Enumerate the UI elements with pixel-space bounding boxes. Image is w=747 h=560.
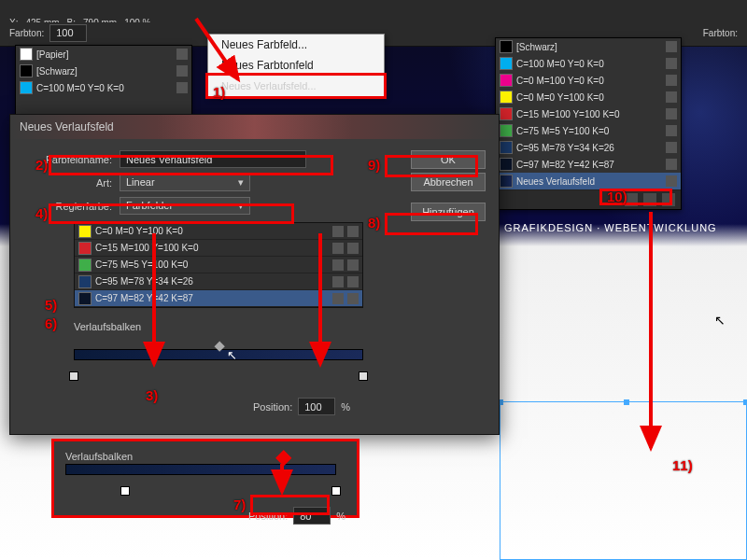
gradient-bar[interactable] (74, 349, 363, 377)
swatch-chip (78, 259, 92, 272)
swatches-panel-right: [Schwarz]C=100 M=0 Y=0 K=0C=0 M=100 Y=0 … (495, 37, 682, 210)
cancel-button[interactable]: Abbrechen (411, 173, 486, 191)
swatch-chip (78, 225, 92, 238)
farbton-label: Farbton: (9, 28, 44, 38)
gradient-track-2[interactable] (65, 464, 336, 475)
swatch-row[interactable]: C=97 M=82 Y=42 K=87 (496, 156, 681, 173)
swatch-chip (20, 81, 33, 94)
cursor-arrow-icon: ↖ (227, 348, 237, 362)
swatch-chip (20, 64, 33, 77)
swatch-chip (500, 124, 513, 137)
position-label-2: Position: (248, 511, 288, 522)
position-input[interactable] (298, 398, 335, 415)
swatch-row[interactable]: C=15 M=100 Y=100 K=0 (496, 105, 681, 122)
gradient-stop[interactable] (120, 486, 130, 496)
swatch-type-icon (666, 175, 677, 187)
swatch-chip (500, 40, 513, 53)
swatch-row[interactable]: C=100 M=0 Y=0 K=0 (16, 79, 191, 96)
swatch-row[interactable]: C=97 M=82 Y=42 K=87 (75, 290, 362, 307)
position-label: Position: (253, 401, 292, 413)
swatch-type-icon (332, 226, 344, 237)
swatch-type-icon (666, 75, 677, 86)
type-select[interactable]: Linear (120, 174, 250, 191)
swatch-type-icon (666, 108, 677, 119)
swatch-mode-icon (347, 243, 359, 254)
gradient-bar-2[interactable] (65, 464, 336, 492)
swatch-row[interactable]: C=0 M=100 Y=0 K=0 (496, 72, 681, 89)
swatch-row[interactable]: [Papier] (16, 46, 191, 63)
swatch-type-icon (176, 49, 188, 60)
name-label: Farbfeldname: (23, 154, 112, 165)
swatch-mode-icon (347, 226, 359, 237)
swatch-row[interactable]: C=0 M=0 Y=100 K=0 (75, 223, 362, 240)
swatch-row[interactable]: [Schwarz] (496, 38, 681, 55)
gradient-stop-left[interactable] (69, 371, 78, 381)
mouse-cursor-icon: ↖ (714, 313, 726, 328)
swatch-chip (500, 91, 513, 104)
swatch-row[interactable]: C=100 M=0 Y=0 K=0 (496, 55, 681, 72)
swatch-type-icon (332, 276, 344, 287)
swatch-row[interactable]: Neues Verlaufsfeld (496, 173, 681, 189)
swatch-type-icon (666, 125, 677, 136)
swatch-chip (500, 175, 513, 188)
swatch-chip (500, 141, 513, 154)
position-input-2[interactable] (293, 507, 331, 525)
menu-new-swatch[interactable]: Neues Farbfeld... (208, 35, 384, 55)
trash-icon[interactable] (662, 193, 675, 206)
swatch-chip (500, 158, 513, 171)
name-input[interactable] (120, 150, 306, 168)
add-button[interactable]: Hinzufügen (411, 203, 486, 221)
ok-button[interactable]: OK (411, 150, 486, 169)
new-swatch-icon[interactable] (643, 193, 656, 206)
swatch-chip (500, 107, 513, 120)
stopcolor-label: Reglerfarbe: (23, 201, 112, 212)
banner-text: GRAFIKDESIGN · WEBENTWICKLUNG (504, 222, 717, 233)
stopcolor-select[interactable]: Farbfelder (120, 197, 250, 215)
pct-label-2: % (336, 511, 345, 522)
swatch-mode-icon (347, 276, 359, 287)
swatch-list: C=0 M=0 Y=100 K=0C=15 M=100 Y=100 K=0C=7… (74, 222, 363, 308)
swatch-chip (20, 48, 33, 61)
gradient-stop-right[interactable] (359, 371, 368, 381)
swatch-chip (78, 292, 92, 305)
panel-footer (496, 189, 681, 209)
swatch-type-icon (666, 159, 677, 170)
swatch-chip (78, 242, 92, 255)
farbton-value[interactable]: 100 (49, 24, 87, 42)
new-folder-icon[interactable] (625, 193, 638, 206)
swatch-row[interactable]: C=75 M=5 Y=100 K=0 (75, 257, 362, 273)
pct-label: % (341, 401, 350, 413)
gradient-label: Verlaufsbalken (74, 321, 486, 332)
swatch-mode-icon (347, 293, 359, 304)
swatch-type-icon (176, 82, 188, 93)
swatch-row[interactable]: C=95 M=78 Y=34 K=26 (496, 139, 681, 156)
swatch-row[interactable]: C=0 M=0 Y=100 K=0 (496, 89, 681, 105)
type-label: Art: (23, 177, 112, 189)
swatch-type-icon (332, 259, 344, 271)
menu-new-gradient[interactable]: Neues Verlaufsfeld... (205, 73, 387, 99)
farbton-label-2: Farbton: (703, 28, 738, 38)
new-gradient-dialog: Neues Verlaufsfeld Farbfeldname: Art:Lin… (9, 114, 500, 435)
gradient-label-2: Verlaufsbalken (65, 451, 345, 462)
swatch-type-icon (332, 293, 344, 304)
swatch-row[interactable]: C=95 M=78 Y=34 K=26 (75, 273, 362, 290)
swatch-type-icon (666, 58, 677, 69)
swatch-chip (500, 57, 513, 70)
swatch-row[interactable]: C=15 M=100 Y=100 K=0 (75, 240, 362, 257)
swatch-type-icon (666, 91, 677, 103)
swatch-type-icon (176, 65, 188, 77)
swatch-chip (500, 74, 513, 87)
selection-frame[interactable] (500, 401, 747, 560)
flyout-menu: Neues Farbfeld... Neues Farbtonfeld Neue… (207, 34, 385, 97)
inset-panel: Verlaufsbalken Position: % (51, 439, 359, 518)
swatch-type-icon (666, 41, 677, 52)
swatches-panel-left: [Papier] [Schwarz] C=100 M=0 Y=0 K=0 (15, 45, 192, 119)
gradient-stop[interactable] (331, 486, 341, 496)
dialog-title: Neues Verlaufsfeld (10, 115, 499, 139)
swatch-mode-icon (347, 259, 359, 271)
swatch-type-icon (666, 142, 677, 153)
swatch-chip (78, 275, 92, 288)
swatch-type-icon (332, 243, 344, 254)
swatch-row[interactable]: [Schwarz] (16, 63, 191, 79)
swatch-row[interactable]: C=75 M=5 Y=100 K=0 (496, 122, 681, 139)
